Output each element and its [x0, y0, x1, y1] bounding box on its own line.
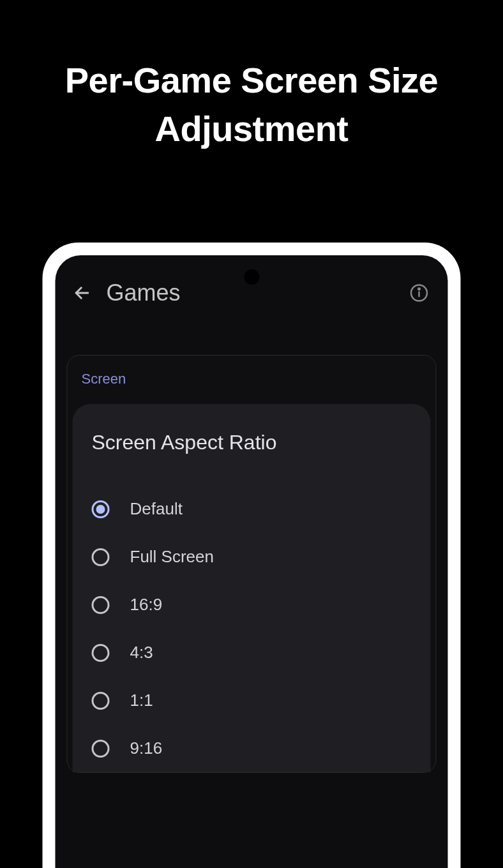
radio-label: Full Screen [130, 547, 214, 567]
app-header: Games [56, 255, 448, 319]
settings-card: Screen Screen Aspect Ratio Default Full … [67, 355, 437, 773]
radio-label: Default [130, 499, 183, 519]
radio-button-icon [92, 692, 110, 710]
dialog-title: Screen Aspect Ratio [92, 431, 412, 454]
back-arrow-icon[interactable] [73, 284, 91, 302]
camera-notch [244, 269, 259, 285]
phone-frame: Games Screen Screen Aspect Ratio Default [43, 243, 461, 868]
radio-label: 9:16 [130, 738, 163, 758]
section-label: Screen [68, 371, 436, 400]
radio-label: 16:9 [130, 595, 163, 615]
radio-option-default[interactable]: Default [92, 485, 412, 533]
radio-button-icon [92, 596, 110, 614]
radio-option-9-16[interactable]: 9:16 [92, 724, 412, 772]
radio-button-icon [92, 644, 110, 662]
radio-label: 4:3 [130, 643, 153, 662]
radio-button-icon [92, 740, 110, 758]
hero-title: Per-Game Screen Size Adjustment [0, 0, 503, 153]
radio-option-16-9[interactable]: 16:9 [92, 581, 412, 629]
radio-button-icon [92, 548, 110, 566]
radio-option-4-3[interactable]: 4:3 [92, 629, 412, 677]
info-icon[interactable] [410, 283, 429, 303]
radio-label: 1:1 [130, 691, 153, 710]
radio-button-icon [92, 500, 110, 518]
radio-option-1-1[interactable]: 1:1 [92, 677, 412, 724]
phone-screen: Games Screen Screen Aspect Ratio Default [56, 255, 448, 868]
svg-point-3 [418, 288, 420, 290]
radio-option-fullscreen[interactable]: Full Screen [92, 533, 412, 581]
aspect-ratio-dialog: Screen Aspect Ratio Default Full Screen … [73, 404, 431, 772]
